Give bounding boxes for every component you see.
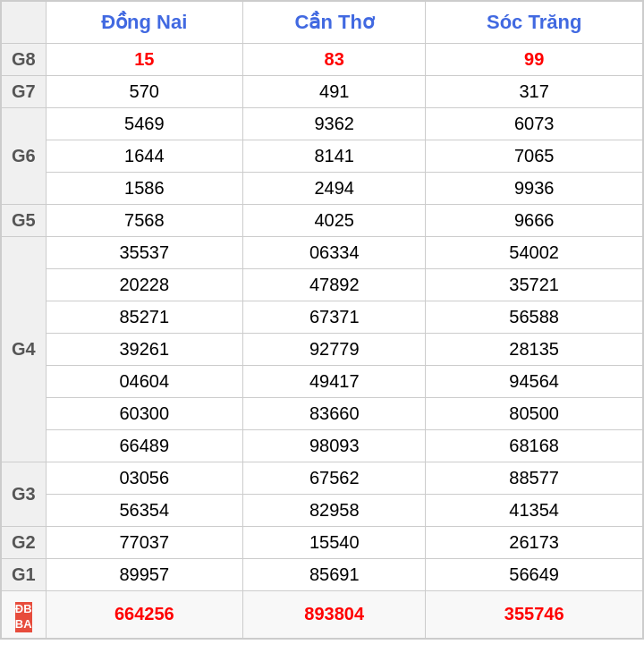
header-col3: Sóc Trăng xyxy=(426,1,643,44)
g7-v2: 491 xyxy=(243,76,426,108)
g4-r3-v2: 67371 xyxy=(243,301,426,334)
g4-row-4: 39261 92779 28135 xyxy=(1,334,643,366)
g6-row-1: G6 5469 9362 6073 xyxy=(1,108,643,140)
g6-r3-v1: 1586 xyxy=(46,173,243,205)
g4-r4-v1: 39261 xyxy=(46,334,243,366)
g1-row: G1 89957 85691 56649 xyxy=(1,559,643,591)
g4-r5-v1: 04604 xyxy=(46,366,243,398)
g3-r1-v1: 03056 xyxy=(46,462,243,495)
jackpot-label: ĐBBA xyxy=(1,591,46,639)
g7-v3: 317 xyxy=(426,76,643,108)
g4-r4-v2: 92779 xyxy=(243,334,426,366)
g4-row-3: 85271 67371 56588 xyxy=(1,301,643,334)
g4-r3-v1: 85271 xyxy=(46,301,243,334)
g4-r7-v1: 66489 xyxy=(46,430,243,462)
g5-v3: 9666 xyxy=(426,205,643,237)
g8-row: G8 15 83 99 xyxy=(1,44,643,76)
g6-r1-v1: 5469 xyxy=(46,108,243,140)
g6-r1-v2: 9362 xyxy=(243,108,426,140)
g7-label: G7 xyxy=(1,76,46,108)
g8-v1: 15 xyxy=(46,44,243,76)
g6-r2-v1: 1644 xyxy=(46,140,243,173)
g6-r2-v2: 8141 xyxy=(243,140,426,173)
jackpot-v1: 664256 xyxy=(46,591,243,639)
g5-row: G5 7568 4025 9666 xyxy=(1,205,643,237)
g4-row-7: 66489 98093 68168 xyxy=(1,430,643,462)
g2-row: G2 77037 15540 26173 xyxy=(1,527,643,559)
g1-v1: 89957 xyxy=(46,559,243,591)
jackpot-v3: 355746 xyxy=(426,591,643,639)
g4-r2-v3: 35721 xyxy=(426,269,643,301)
g5-label: G5 xyxy=(1,205,46,237)
g1-v3: 56649 xyxy=(426,559,643,591)
g6-r1-v3: 6073 xyxy=(426,108,643,140)
g3-row-1: G3 03056 67562 88577 xyxy=(1,462,643,495)
g1-label: G1 xyxy=(1,559,46,591)
g6-r3-v2: 2494 xyxy=(243,173,426,205)
g6-label: G6 xyxy=(1,108,46,205)
g4-r6-v1: 60300 xyxy=(46,398,243,430)
header-label-col xyxy=(1,1,46,44)
g3-label: G3 xyxy=(1,462,46,527)
g2-label: G2 xyxy=(1,527,46,559)
g3-r1-v2: 67562 xyxy=(243,462,426,495)
g7-row: G7 570 491 317 xyxy=(1,76,643,108)
g3-r2-v2: 82958 xyxy=(243,495,426,527)
g2-v1: 77037 xyxy=(46,527,243,559)
g4-r1-v3: 54002 xyxy=(426,237,643,269)
g6-row-2: 1644 8141 7065 xyxy=(1,140,643,173)
g3-row-2: 56354 82958 41354 xyxy=(1,495,643,527)
g6-r2-v3: 7065 xyxy=(426,140,643,173)
header-row: Đồng Nai Cần Thơ Sóc Trăng xyxy=(1,1,643,44)
header-col2: Cần Thơ xyxy=(243,1,426,44)
g4-row-1: G4 35537 06334 54002 xyxy=(1,237,643,269)
g4-r5-v3: 94564 xyxy=(426,366,643,398)
g6-r3-v3: 9936 xyxy=(426,173,643,205)
g4-r2-v2: 47892 xyxy=(243,269,426,301)
jackpot-label-text: ĐBBA xyxy=(15,602,32,632)
g2-v3: 26173 xyxy=(426,527,643,559)
g4-r6-v2: 83660 xyxy=(243,398,426,430)
jackpot-row: ĐBBA 664256 893804 355746 xyxy=(1,591,643,639)
header-col1: Đồng Nai xyxy=(46,1,243,44)
g4-label: G4 xyxy=(1,237,46,462)
g3-r2-v3: 41354 xyxy=(426,495,643,527)
g4-r1-v2: 06334 xyxy=(243,237,426,269)
g6-row-3: 1586 2494 9936 xyxy=(1,173,643,205)
g4-r5-v2: 49417 xyxy=(243,366,426,398)
g4-r2-v1: 20228 xyxy=(46,269,243,301)
g8-label: G8 xyxy=(1,44,46,76)
g8-v3: 99 xyxy=(426,44,643,76)
g4-row-2: 20228 47892 35721 xyxy=(1,269,643,301)
g4-r1-v1: 35537 xyxy=(46,237,243,269)
g7-v1: 570 xyxy=(46,76,243,108)
g4-r7-v3: 68168 xyxy=(426,430,643,462)
g4-row-6: 60300 83660 80500 xyxy=(1,398,643,430)
g1-v2: 85691 xyxy=(243,559,426,591)
g5-v2: 4025 xyxy=(243,205,426,237)
g4-r3-v3: 56588 xyxy=(426,301,643,334)
g3-r2-v1: 56354 xyxy=(46,495,243,527)
g4-r6-v3: 80500 xyxy=(426,398,643,430)
g3-r1-v3: 88577 xyxy=(426,462,643,495)
g4-r7-v2: 98093 xyxy=(243,430,426,462)
g8-v2: 83 xyxy=(243,44,426,76)
g4-row-5: 04604 49417 94564 xyxy=(1,366,643,398)
lottery-results-table: Đồng Nai Cần Thơ Sóc Trăng G8 15 83 99 G… xyxy=(0,0,644,640)
g4-r4-v3: 28135 xyxy=(426,334,643,366)
g5-v1: 7568 xyxy=(46,205,243,237)
jackpot-v2: 893804 xyxy=(243,591,426,639)
g2-v2: 15540 xyxy=(243,527,426,559)
